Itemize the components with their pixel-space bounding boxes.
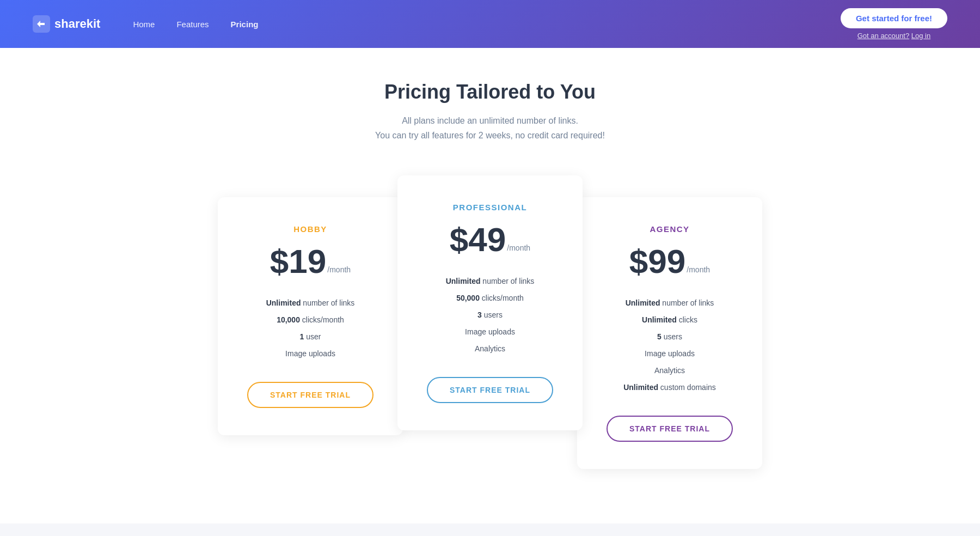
nav-pricing[interactable]: Pricing: [231, 20, 259, 29]
logo-icon: [33, 15, 50, 33]
agency-feature-5: Analytics: [599, 362, 740, 379]
hobby-feature-3: 1 user: [240, 328, 381, 345]
professional-card: PROFESSIONAL $49 /month Unlimited number…: [397, 175, 583, 430]
pro-feature-2: 50,000 clicks/month: [419, 290, 561, 307]
navbar: sharekit Home Features Pricing Get start…: [0, 0, 980, 48]
agency-feature-3: 5 users: [599, 328, 740, 345]
agency-plan-name: AGENCY: [599, 224, 740, 234]
page-title: Pricing Tailored to You: [22, 81, 958, 103]
agency-price-row: $99 /month: [599, 245, 740, 278]
nav-links: Home Features Pricing: [133, 20, 841, 29]
logo-text: sharekit: [54, 17, 100, 31]
logo[interactable]: sharekit: [33, 15, 100, 33]
subtitle-line1: All plans include an unlimited number of…: [402, 116, 578, 125]
login-prompt[interactable]: Got an account? Log in: [857, 32, 930, 40]
agency-feature-2: Unlimited clicks: [599, 312, 740, 328]
hobby-cta-button[interactable]: START FREE TRIAL: [247, 382, 373, 408]
nav-features[interactable]: Features: [176, 20, 209, 29]
agency-cta-button[interactable]: START FREE TRIAL: [607, 416, 733, 442]
professional-features: Unlimited number of links 50,000 clicks/…: [419, 273, 561, 357]
pro-feature-3: 3 users: [419, 307, 561, 324]
professional-period: /month: [507, 243, 530, 252]
page-heading: Pricing Tailored to You: [22, 81, 958, 103]
agency-features: Unlimited number of links Unlimited clic…: [599, 295, 740, 396]
professional-plan-name: PROFESSIONAL: [419, 203, 561, 212]
professional-cta-button[interactable]: START FREE TRIAL: [427, 377, 553, 403]
hobby-feature-2: 10,000 clicks/month: [240, 312, 381, 328]
pricing-cards: HOBBY $19 /month Unlimited number of lin…: [191, 175, 789, 469]
subtitle-line2: You can try all features for 2 weeks, no…: [375, 131, 605, 140]
main-content: Pricing Tailored to You All plans includ…: [0, 48, 980, 523]
nav-right: Get started for free! Got an account? Lo…: [841, 8, 947, 40]
hobby-plan-name: HOBBY: [240, 224, 381, 234]
pro-feature-1: Unlimited number of links: [419, 273, 561, 290]
agency-feature-1: Unlimited number of links: [599, 295, 740, 312]
agency-price: $99: [629, 245, 685, 278]
hobby-feature-1: Unlimited number of links: [240, 295, 381, 312]
hobby-card: HOBBY $19 /month Unlimited number of lin…: [218, 197, 403, 435]
professional-price-row: $49 /month: [419, 223, 561, 257]
hobby-price: $19: [270, 245, 326, 278]
agency-feature-4: Image uploads: [599, 345, 740, 362]
agency-period: /month: [687, 265, 710, 274]
pro-feature-4: Image uploads: [419, 324, 561, 340]
agency-card: AGENCY $99 /month Unlimited number of li…: [577, 197, 762, 469]
professional-price: $49: [450, 223, 506, 257]
hobby-features: Unlimited number of links 10,000 clicks/…: [240, 295, 381, 362]
page-subheading: All plans include an unlimited number of…: [22, 113, 958, 143]
get-started-button[interactable]: Get started for free!: [841, 8, 947, 28]
pro-feature-5: Analytics: [419, 340, 561, 357]
hobby-price-row: $19 /month: [240, 245, 381, 278]
hobby-period: /month: [327, 265, 351, 274]
nav-home[interactable]: Home: [133, 20, 155, 29]
hobby-feature-4: Image uploads: [240, 345, 381, 362]
agency-feature-6: Unlimited custom domains: [599, 379, 740, 396]
